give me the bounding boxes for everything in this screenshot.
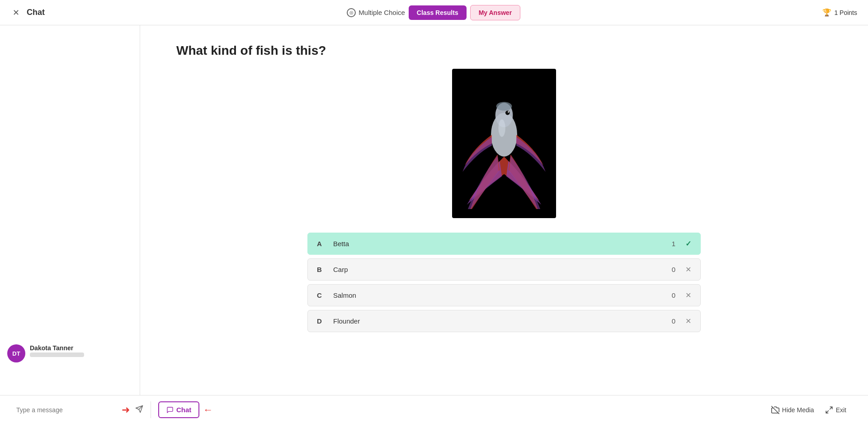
- option-row-b[interactable]: B Carp 0 ✕: [307, 258, 701, 281]
- option-text-c: Salmon: [333, 291, 665, 299]
- chat-tab-section: Chat ←: [151, 401, 220, 418]
- option-count-a: 1: [672, 240, 675, 248]
- chat-panel: DT Dakota Tanner: [0, 25, 140, 395]
- svg-line-8: [772, 406, 779, 414]
- option-letter-c: C: [317, 291, 326, 299]
- header: ✕ Chat ◎ Multiple Choice Class Results M…: [0, 0, 868, 25]
- option-letter-d: D: [317, 317, 326, 325]
- send-message-button[interactable]: [133, 403, 145, 417]
- fish-image-container: [176, 69, 832, 218]
- option-checkmark-a: ✓: [685, 239, 691, 248]
- chat-user-bubble: DT Dakota Tanner: [0, 339, 140, 368]
- header-title: Chat: [27, 8, 45, 17]
- points-label: 1 Points: [834, 9, 857, 16]
- chat-tab-button[interactable]: Chat: [158, 401, 199, 418]
- left-arrow-indicator: ←: [203, 404, 213, 416]
- multiple-choice-icon: ◎: [347, 8, 356, 17]
- main-area: DT Dakota Tanner What kind of fish is th…: [0, 25, 868, 395]
- exit-icon: [825, 406, 833, 414]
- option-cross-c: ✕: [685, 291, 691, 300]
- trophy-icon: 🏆: [822, 8, 831, 17]
- svg-point-3: [508, 111, 509, 113]
- bottom-chat-section: ➜: [11, 401, 151, 418]
- header-left: ✕ Chat: [11, 6, 45, 19]
- options-list: A Betta 1 ✓ B Carp 0 ✕ C Salmon 0 ✕ D Fl…: [307, 233, 701, 332]
- header-center: ◎ Multiple Choice Class Results My Answe…: [347, 5, 520, 20]
- question-type-label: ◎ Multiple Choice: [347, 8, 405, 17]
- option-text-a: Betta: [333, 240, 665, 248]
- svg-line-10: [826, 410, 828, 413]
- bottom-bar-inner: ➜ Chat ←: [11, 401, 857, 418]
- exit-button[interactable]: Exit: [825, 406, 846, 414]
- option-cross-b: ✕: [685, 265, 691, 274]
- hide-media-label: Hide Media: [782, 406, 814, 414]
- chat-message-input[interactable]: [16, 406, 118, 414]
- svg-line-9: [830, 407, 832, 409]
- right-arrow-indicator-1: ➜: [122, 404, 130, 416]
- option-count-d: 0: [672, 317, 675, 325]
- option-count-c: 0: [672, 291, 675, 299]
- fish-image: [452, 69, 556, 218]
- option-cross-d: ✕: [685, 317, 691, 325]
- option-row-a[interactable]: A Betta 1 ✓: [307, 233, 701, 255]
- exit-label: Exit: [836, 406, 846, 414]
- option-letter-a: A: [317, 240, 326, 248]
- question-title: What kind of fish is this?: [176, 43, 832, 58]
- chat-tab-label: Chat: [176, 406, 191, 414]
- bottom-content-section: Hide Media Exit: [220, 401, 857, 418]
- svg-point-4: [496, 102, 512, 110]
- option-row-c[interactable]: C Salmon 0 ✕: [307, 284, 701, 306]
- svg-point-2: [505, 111, 510, 115]
- betta-fish-svg: [459, 78, 549, 209]
- option-letter-b: B: [317, 266, 326, 273]
- chat-bubble-icon: [166, 406, 174, 414]
- option-count-b: 0: [672, 266, 675, 273]
- option-row-d[interactable]: D Flounder 0 ✕: [307, 310, 701, 332]
- close-button[interactable]: ✕: [11, 6, 21, 19]
- bottom-bar: ➜ Chat ←: [0, 395, 868, 424]
- svg-point-5: [498, 119, 505, 137]
- chat-user-info: Dakota Tanner: [30, 344, 132, 357]
- chat-message-preview: [30, 353, 84, 357]
- hide-media-icon: [771, 406, 779, 414]
- avatar: DT: [7, 344, 25, 362]
- content-area: What kind of fish is this?: [140, 25, 868, 395]
- send-icon: [135, 405, 143, 413]
- class-results-button[interactable]: Class Results: [409, 5, 467, 20]
- hide-media-button[interactable]: Hide Media: [771, 406, 814, 414]
- option-text-d: Flounder: [333, 317, 665, 325]
- header-right: 🏆 1 Points: [822, 8, 857, 17]
- chat-username: Dakota Tanner: [30, 344, 132, 352]
- option-text-b: Carp: [333, 266, 665, 273]
- my-answer-button[interactable]: My Answer: [470, 5, 520, 20]
